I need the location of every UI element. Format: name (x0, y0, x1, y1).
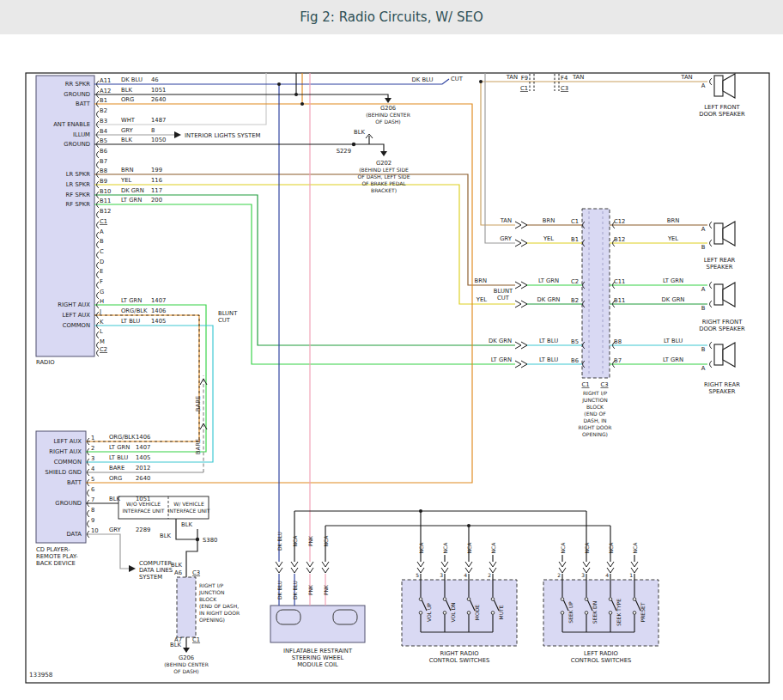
pin-id: 8 (91, 507, 94, 514)
wiring-diagram: Fig 2: Radio Circuits, W/ SEO (0, 0, 783, 700)
module-coil-labels: DK BLU NCA PNK NCA DK BLU DK BLU PNK PNK… (276, 532, 353, 668)
pin-id: A12 (100, 88, 111, 94)
wire-color: NCA (466, 542, 472, 554)
device-label: STEERING WHEEL (292, 654, 344, 661)
wire-color: DK BLU (292, 581, 298, 600)
pin-function: LEFT AUX (63, 312, 91, 319)
blunt-cut-label: CUT (497, 295, 510, 301)
pin-id: 4 (605, 572, 609, 578)
connector-ref: C1 (520, 85, 528, 92)
block-label: DASH, IN (583, 417, 606, 423)
pin-id: B7 (100, 158, 107, 165)
circuit-number: 200 (151, 197, 162, 204)
circuit-number: 1407 (136, 444, 150, 451)
pin-id: 7 (91, 496, 94, 503)
circuit-number: 117 (151, 187, 162, 194)
pin-id: 2 (91, 445, 94, 452)
pin-id: B1 (571, 236, 579, 243)
blunt-cut-label: CUT (451, 76, 464, 82)
pin-id: B6 (100, 148, 107, 155)
pin-function: BATT (67, 479, 82, 486)
wire-color: NCA (418, 542, 424, 554)
interface-option: W/O VEHICLE (126, 501, 161, 507)
wire-color: NCA (323, 535, 329, 547)
speaker-name: RIGHT FRONT (702, 319, 743, 326)
interface-option: W/ VEHICLE (173, 501, 204, 507)
switch-name: VOL DN (450, 602, 456, 622)
pin-id: A7 (174, 636, 182, 643)
block-label: BLOCK (586, 404, 604, 410)
switch-name: SEEK DN (592, 601, 598, 624)
wire-color: DK GRN (662, 296, 685, 303)
wire-color: ORG (109, 475, 122, 482)
ground-location: (BEHIND CENTER (164, 661, 209, 667)
wire-color: LT GRN (663, 356, 683, 363)
device-label: CD PLAYER- (36, 546, 70, 553)
ground-location: (BEHIND CENTER (366, 112, 410, 118)
pin-id: B9 (100, 178, 107, 185)
circuit-number: 46 (151, 76, 159, 83)
pin-id: B2 (100, 107, 107, 114)
terminal-letter: A (701, 82, 706, 89)
g206-top-ground-icon (385, 98, 392, 103)
wire-color: BLK (121, 137, 132, 143)
pin-id: G (100, 289, 104, 295)
pin-id: E (100, 268, 103, 275)
device-label: CONTROL SWITCHES (571, 657, 632, 664)
circuit-number: 2640 (151, 96, 166, 103)
circuit-number: 8 (151, 127, 155, 134)
speaker-name: SPEAKER (709, 388, 736, 395)
wire-color: BRN (667, 217, 679, 224)
pin-function: SHIELD GND (46, 469, 82, 476)
pin-id: B11 (614, 297, 625, 304)
wire-color: WHT (121, 117, 136, 124)
wire-color: NCA (442, 542, 448, 554)
block-label: OPENING) (582, 431, 608, 437)
pin-id: 1 (629, 572, 633, 578)
figure-title: Fig 2: Radio Circuits, W/ SEO (300, 9, 483, 25)
radio-label: RADIO (36, 359, 55, 366)
terminal-letter: B (701, 244, 706, 251)
system-reference: DATA LINES (139, 567, 173, 574)
ground-ref: G202 (376, 160, 392, 167)
ground-location: (BEHIND LEFT SIDE (359, 167, 409, 173)
wire-color: GRY (500, 235, 513, 242)
ground-location: OF DASH, LEFT SIDE (358, 173, 410, 180)
speaker-right-front (714, 283, 735, 307)
wire-color: DK BLU (276, 581, 282, 600)
g202-ground-icon (380, 151, 387, 156)
device-label: MODULE COIL (297, 661, 338, 668)
interface-option: INTERFACE UNIT (123, 508, 165, 514)
fuse-ref: F9 (521, 75, 528, 82)
pin-id: H (100, 298, 104, 305)
device-label: CONTROL SWITCHES (429, 657, 490, 664)
wire-color: BLK (354, 129, 365, 136)
wire-color: DK GRN (537, 296, 561, 303)
wire-color: TAN (500, 217, 512, 224)
pin-function: ILLUM (73, 131, 90, 138)
ip-junction-small-labels: A6 C3 A7 C1 RIGHT I/P JUNCTION BLOCK (EN… (164, 569, 240, 674)
wire-color: GRY (109, 527, 122, 533)
wire-color: NCA (560, 542, 566, 554)
device-label: RIGHT RADIO (440, 650, 478, 657)
ground-ref: G206 (380, 105, 396, 112)
pin-id: M (100, 338, 105, 345)
right-ip-junction-block (582, 209, 610, 378)
pin-id: 1 (91, 435, 94, 441)
system-reference: COMPUTER (139, 560, 172, 567)
pin-function: COMMON (63, 322, 90, 329)
wire-color: DK BLU (276, 532, 282, 551)
pin-id: C11 (614, 278, 625, 285)
pin-id: B8 (100, 167, 107, 174)
switch-name: MODE (474, 605, 480, 621)
connector-ref: C3 (192, 569, 200, 576)
blunt-cut-label: CUT (218, 317, 231, 324)
switch-name: PRESET (640, 602, 646, 622)
wire-color: DK BLU (412, 76, 434, 83)
component-boxes (36, 76, 659, 646)
switch-name: VOL UP (426, 603, 432, 622)
block-label: JUNCTION (198, 589, 224, 596)
wire-color: LT GRN (663, 277, 683, 284)
speaker-name: DOOR SPEAKER (699, 326, 745, 332)
pin-id: 3 (91, 455, 94, 462)
